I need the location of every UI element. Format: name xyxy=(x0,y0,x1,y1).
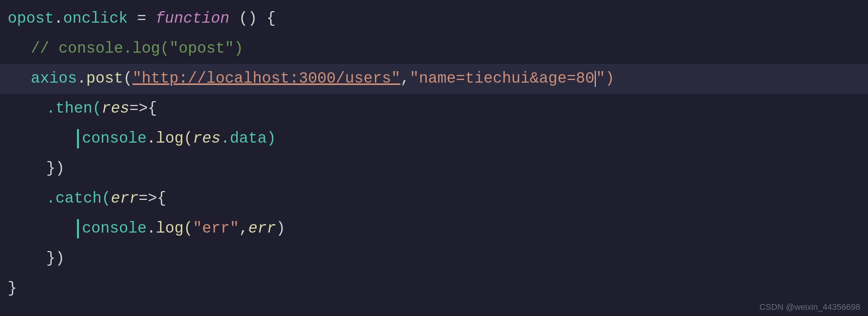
code-line-4: .then(res=>{ xyxy=(0,94,868,124)
watermark: CSDN @weixin_44356698 xyxy=(759,302,860,312)
code-comment: // console.log("opost") xyxy=(31,34,243,64)
code-token: res xyxy=(102,94,129,124)
code-line-2: // console.log("opost") xyxy=(0,34,868,64)
code-token: . xyxy=(147,124,156,154)
code-token: axios xyxy=(31,64,77,94)
code-token: err xyxy=(111,184,139,214)
code-token: .then( xyxy=(46,94,102,124)
code-line-7: .catch(err=>{ xyxy=(0,184,868,214)
code-line-10: } xyxy=(0,274,868,304)
code-line-1: opost.onclick = function () { xyxy=(0,4,868,34)
code-token: . xyxy=(54,4,63,34)
code-line-8: console.log("err",err) xyxy=(0,214,868,244)
code-token: onclick xyxy=(63,4,128,34)
code-token: =>{ xyxy=(139,184,166,214)
code-token: } xyxy=(8,274,17,304)
code-line-5: console.log(res.data) xyxy=(0,124,868,154)
code-editor: opost.onclick = function () { // console… xyxy=(0,0,868,316)
pipe-indicator xyxy=(77,129,79,148)
code-token: () { xyxy=(229,4,276,34)
code-string: ") xyxy=(596,64,614,94)
code-token: =>{ xyxy=(129,94,157,124)
code-token: err xyxy=(248,214,276,244)
code-token: . xyxy=(77,64,86,94)
code-token: ( xyxy=(123,64,132,94)
code-token: . xyxy=(147,214,156,244)
code-token: console xyxy=(82,214,147,244)
code-line-9: }) xyxy=(0,244,868,274)
code-token: = xyxy=(128,4,156,34)
code-string-url: "http://localhost:3000/users" xyxy=(132,64,400,94)
code-token: .data) xyxy=(221,124,276,154)
code-string: "err" xyxy=(193,214,239,244)
code-token: , xyxy=(400,64,410,94)
code-token: }) xyxy=(46,244,65,274)
code-token: log( xyxy=(156,124,193,154)
code-line-3: axios.post("http://localhost:3000/users"… xyxy=(0,64,868,94)
code-token: , xyxy=(239,214,248,244)
code-token: console xyxy=(82,124,147,154)
code-keyword-function: function xyxy=(156,4,229,34)
code-token: ) xyxy=(276,214,285,244)
code-token: res xyxy=(193,124,221,154)
code-line-6: }) xyxy=(0,154,868,184)
code-string: "name=tiechui&age=80 xyxy=(410,64,594,94)
code-token: .catch( xyxy=(46,184,111,214)
code-token: log( xyxy=(156,214,193,244)
pipe-indicator xyxy=(77,219,79,238)
code-token: }) xyxy=(46,154,65,184)
code-token: post xyxy=(86,64,123,94)
code-token: opost xyxy=(8,4,54,34)
